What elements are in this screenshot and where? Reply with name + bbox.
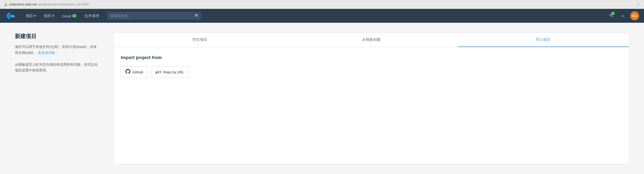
url-base: codechina.csdn.net: [9, 3, 37, 6]
description-link[interactable]: 及其他功能: [38, 51, 55, 55]
plus-icon-button[interactable]: ＋: [618, 11, 627, 20]
edit-icon-button[interactable]: ✎ 1: [606, 11, 615, 20]
lock-icon: 🔒: [4, 3, 8, 6]
svg-text:CO: CO: [11, 15, 15, 18]
right-panel: 空白项目 从模板创建 导入项目 Import project from GitH…: [114, 33, 629, 164]
nav-item-issue[interactable]: Issue 1: [58, 9, 80, 23]
address-bar: 🔒 codechina.csdn.net /projects/new?names…: [4, 3, 89, 6]
search-bar[interactable]: 🔍: [107, 12, 201, 20]
avatar[interactable]: Co: [630, 11, 639, 20]
tab-blank[interactable]: 空白项目: [114, 33, 286, 47]
bookmark-icon[interactable]: ☆: [636, 2, 640, 7]
git-repo-button-label: Repo by URL: [163, 70, 184, 74]
nav-item-projects[interactable]: 项目 ▾: [22, 9, 40, 23]
git-icon: git: [156, 70, 161, 74]
description: 项目可以用于存放文件(仓库)，安排计划(Issue)，并发布文档(wiki)， …: [15, 44, 99, 56]
import-buttons: GitHub git Repo by URL: [121, 66, 622, 78]
tabs: 空白项目 从模板创建 导入项目: [114, 33, 629, 47]
page-content: 新建项目 项目可以用于存放文件(仓库)，安排计划(Issue)，并发布文档(wi…: [0, 23, 644, 174]
navbar: CO 项目 ▾ 组织 ▾ Issue 1 合并请求 🔍 ✎ 1 ＋ Co: [0, 9, 644, 23]
import-git-repo-button[interactable]: git Repo by URL: [151, 66, 189, 78]
tab-template[interactable]: 从模板创建: [286, 33, 457, 47]
url-path: /projects/new?namespace_id=3940: [38, 3, 89, 6]
import-title: Import project from: [121, 55, 622, 60]
plus-icon: ＋: [620, 13, 625, 19]
nav-right: ✎ 1 ＋ Co: [606, 11, 639, 20]
nav-item-org[interactable]: 组织 ▾: [40, 9, 58, 23]
nav-item-merge[interactable]: 合并请求: [80, 9, 103, 23]
chevron-down-icon: ▾: [52, 14, 54, 18]
search-icon[interactable]: 🔍: [195, 14, 199, 18]
github-icon: [126, 69, 130, 75]
description-text-2: 。: [56, 51, 59, 55]
tab-import[interactable]: 导入项目: [457, 33, 629, 47]
description-para2: 从模板或导入时为空白项目将启用所有功能，但可以在项目设置中将其禁用。: [15, 62, 99, 74]
import-github-button[interactable]: GitHub: [121, 66, 148, 78]
left-panel: 新建项目 项目可以用于存放文件(仓库)，安排计划(Issue)，并发布文档(wi…: [15, 33, 99, 164]
github-button-label: GitHub: [132, 70, 143, 74]
search-input[interactable]: [107, 12, 201, 20]
tab-content-import: Import project from GitHub git Repo by U…: [114, 47, 629, 86]
browser-chrome: 🔒 codechina.csdn.net /projects/new?names…: [0, 0, 644, 9]
edit-badge: 1: [611, 12, 615, 15]
chevron-down-icon: ▾: [34, 14, 36, 18]
issue-badge: 1: [72, 14, 76, 18]
logo[interactable]: CO: [5, 11, 16, 20]
page-title: 新建项目: [15, 33, 99, 40]
